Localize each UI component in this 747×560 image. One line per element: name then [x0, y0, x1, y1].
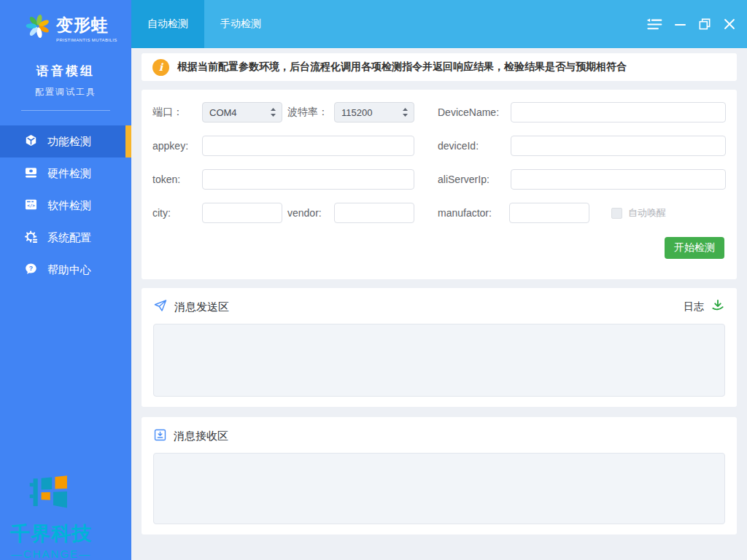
token-input[interactable] [202, 169, 414, 190]
sidebar-item-help-center[interactable]: ? 帮助中心 [0, 254, 131, 286]
log-download-button[interactable]: 日志 [684, 298, 725, 316]
svg-text:?: ? [29, 265, 33, 272]
send-section-title: 消息发送区 [174, 300, 229, 314]
title-bar: 自动检测 手动检测 [131, 0, 747, 48]
tab-manual-check[interactable]: 手动检测 [204, 0, 277, 48]
minimize-icon[interactable] [673, 17, 688, 32]
start-check-button[interactable]: 开始检测 [665, 237, 724, 259]
sidebar-divider [21, 110, 110, 111]
city-label: city: [152, 207, 202, 219]
message-receive-section: 消息接收区 [142, 417, 737, 534]
config-form: 端口： COM4 波特率： 115200 [142, 90, 737, 279]
sidebar-item-label: 系统配置 [47, 231, 91, 245]
log-label: 日志 [684, 300, 704, 314]
select-arrows-icon [402, 107, 409, 117]
appkey-label: appkey: [152, 140, 202, 152]
sidebar-item-label: 帮助中心 [47, 263, 91, 277]
company-name: 千界科技 [0, 521, 102, 547]
sidebar-item-software-check[interactable]: </> 软件检测 [0, 190, 131, 222]
port-label: 端口： [152, 106, 202, 119]
select-arrows-icon [270, 107, 276, 117]
main-area: 自动检测 手动检测 [131, 0, 747, 560]
app-window: 变形蛙 PRISTIMANTIS MUTABILIS 语音模组 配置调试工具 功… [0, 0, 747, 560]
sidebar-item-label: 功能检测 [47, 135, 91, 149]
device-name-label: DeviceName: [438, 106, 511, 118]
inbox-download-icon [153, 428, 167, 445]
vendor-input[interactable] [334, 203, 414, 223]
message-send-textarea[interactable] [153, 324, 725, 397]
sidebar-item-system-config[interactable]: 系统配置 [0, 222, 131, 254]
svg-text:</>: </> [27, 203, 35, 208]
sidebar-item-hardware-check[interactable]: 硬件检测 [0, 158, 131, 190]
brand-logo: 变形蛙 PRISTIMANTIS MUTABILIS [0, 0, 131, 43]
frog-flower-logo-icon [25, 12, 51, 43]
company-watermark: 千界科技 —CHANGE— [0, 470, 102, 560]
cube-icon [24, 133, 38, 149]
tab-label: 自动检测 [147, 18, 188, 31]
baud-select[interactable]: 115200 [334, 102, 414, 122]
receive-section-title: 消息接收区 [174, 429, 228, 443]
tab-label: 手动检测 [220, 18, 261, 31]
vendor-label: vendor: [287, 207, 334, 219]
notice-banner: i 根据当前配置参数环境，后台流程化调用各项检测指令并返回响应结果，检验结果是否… [142, 53, 737, 81]
auto-wake-label: 自动唤醒 [628, 206, 666, 219]
sidebar-item-label: 软件检测 [47, 199, 91, 213]
sidebar: 变形蛙 PRISTIMANTIS MUTABILIS 语音模组 配置调试工具 功… [0, 0, 131, 560]
device-id-input[interactable] [511, 136, 726, 156]
tab-auto-check[interactable]: 自动检测 [131, 0, 204, 48]
close-icon[interactable] [721, 16, 738, 32]
software-icon: </> [24, 198, 38, 214]
menu-fold-icon[interactable] [645, 16, 663, 32]
content-area: i 根据当前配置参数环境，后台流程化调用各项检测指令并返回响应结果，检验结果是否… [131, 48, 747, 560]
sidebar-item-function-check[interactable]: 功能检测 [0, 125, 131, 158]
gear-icon [24, 230, 38, 246]
info-icon: i [152, 59, 169, 76]
port-select[interactable]: COM4 [202, 102, 282, 122]
module-title: 语音模组 [0, 63, 131, 79]
help-icon: ? [24, 262, 38, 278]
auto-wake-checkbox[interactable] [611, 208, 622, 219]
download-icon [711, 298, 725, 316]
device-name-input[interactable] [511, 102, 726, 122]
ali-server-ip-label: aliServerIp: [438, 174, 511, 185]
brand-subtitle: PRISTIMANTIS MUTABILIS [56, 38, 117, 42]
manufactor-label: manufactor: [438, 207, 509, 219]
company-slogan: —CHANGE— [0, 548, 102, 560]
ali-server-ip-input[interactable] [511, 169, 726, 190]
message-send-section: 消息发送区 日志 [142, 288, 737, 407]
manufactor-input[interactable] [509, 203, 589, 223]
device-id-label: deviceId: [438, 140, 511, 152]
token-label: token: [152, 174, 202, 185]
module-subtitle: 配置调试工具 [0, 86, 131, 98]
sidebar-menu: 功能检测 硬件检测 [0, 125, 131, 286]
message-receive-textarea[interactable] [153, 453, 725, 524]
baud-select-value: 115200 [341, 107, 372, 118]
window-controls [645, 0, 747, 48]
appkey-input[interactable] [202, 136, 414, 156]
sidebar-item-label: 硬件检测 [47, 167, 91, 181]
company-logo-icon [0, 470, 102, 521]
send-icon [153, 298, 168, 316]
maximize-icon[interactable] [697, 17, 712, 31]
notice-text: 根据当前配置参数环境，后台流程化调用各项检测指令并返回响应结果，检验结果是否与预… [177, 61, 627, 74]
baud-label: 波特率： [287, 106, 334, 119]
hardware-icon [24, 166, 38, 182]
active-indicator-strip [125, 125, 131, 158]
city-input[interactable] [202, 203, 282, 223]
brand-title: 变形蛙 [56, 14, 117, 36]
port-select-value: COM4 [209, 107, 237, 118]
